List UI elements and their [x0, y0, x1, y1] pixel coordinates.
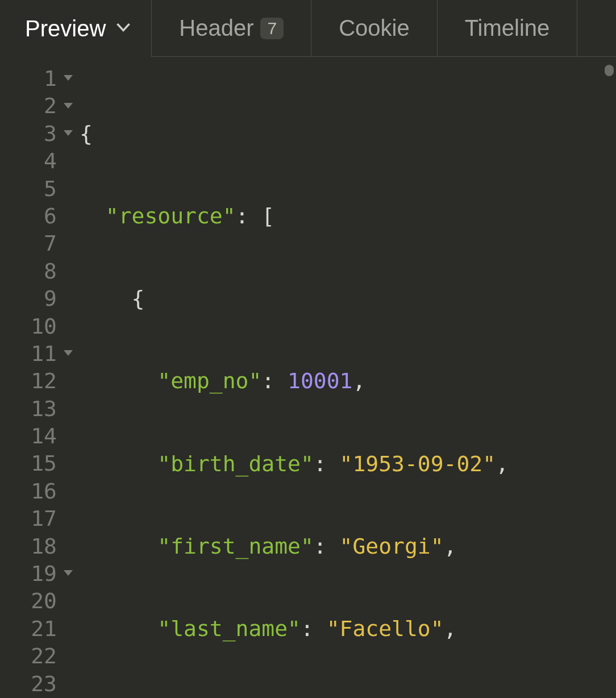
- line-number: 7: [25, 230, 57, 257]
- code-line: "emp_no": 10001,: [80, 367, 616, 394]
- line-number: 17: [25, 505, 57, 532]
- gutter-row[interactable]: 20: [0, 587, 80, 614]
- gutter-row[interactable]: 17: [0, 505, 80, 532]
- line-number: 20: [25, 587, 57, 614]
- tab-preview[interactable]: Preview: [0, 0, 152, 57]
- json-editor: 1 2 3 4 5 6 7 8 9 10 11 12 13 14 15 16 1…: [0, 57, 616, 698]
- gutter-row[interactable]: 1: [0, 65, 80, 92]
- line-number: 16: [25, 477, 57, 505]
- gutter-row[interactable]: 23: [0, 670, 80, 697]
- line-number: 13: [25, 395, 57, 422]
- line-number: 19: [25, 560, 57, 587]
- line-number: 4: [25, 147, 57, 174]
- gutter-row[interactable]: 7: [0, 230, 80, 257]
- header-count-badge: 7: [260, 18, 284, 39]
- scrollbar-thumb[interactable]: [605, 65, 614, 76]
- code-line: {: [80, 120, 616, 147]
- gutter-row[interactable]: 16: [0, 477, 80, 505]
- gutter-row[interactable]: 6: [0, 202, 80, 230]
- scrollbar-track[interactable]: [602, 57, 616, 698]
- line-number: 6: [25, 202, 57, 230]
- gutter-row[interactable]: 3: [0, 120, 80, 147]
- line-number: 21: [25, 615, 57, 642]
- code-area[interactable]: { "resource": [ { "emp_no": 10001, "birt…: [80, 65, 616, 698]
- line-number: 23: [25, 670, 57, 697]
- fold-toggle-icon[interactable]: [60, 130, 76, 138]
- code-line: "first_name": "Georgi",: [80, 533, 616, 560]
- gutter-row[interactable]: 19: [0, 560, 80, 587]
- gutter-row[interactable]: 13: [0, 395, 80, 422]
- line-number: 10: [25, 313, 57, 340]
- gutter-row[interactable]: 8: [0, 257, 80, 285]
- fold-toggle-icon[interactable]: [60, 350, 76, 358]
- line-number: 22: [25, 642, 57, 670]
- gutter-row[interactable]: 21: [0, 615, 80, 642]
- fold-toggle-icon[interactable]: [60, 570, 76, 577]
- gutter-row[interactable]: 14: [0, 422, 80, 450]
- tab-cookie[interactable]: Cookie: [311, 0, 438, 57]
- line-gutter: 1 2 3 4 5 6 7 8 9 10 11 12 13 14 15 16 1…: [0, 65, 80, 698]
- code-line: "last_name": "Facello",: [80, 615, 616, 642]
- gutter-row[interactable]: 2: [0, 92, 80, 119]
- tab-label: Preview: [25, 16, 106, 41]
- gutter-row[interactable]: 4: [0, 147, 80, 174]
- tab-timeline[interactable]: Timeline: [438, 0, 578, 57]
- line-number: 18: [25, 533, 57, 560]
- line-number: 9: [25, 285, 57, 312]
- line-number: 15: [25, 450, 57, 477]
- gutter-row[interactable]: 15: [0, 450, 80, 477]
- chevron-down-icon: [116, 23, 131, 34]
- fold-toggle-icon[interactable]: [60, 74, 76, 82]
- gutter-row[interactable]: 11: [0, 340, 80, 367]
- line-number: 1: [25, 65, 57, 92]
- tab-header[interactable]: Header 7: [152, 0, 311, 57]
- code-line: "resource": [: [80, 202, 616, 230]
- gutter-row[interactable]: 9: [0, 285, 80, 312]
- line-number: 3: [25, 120, 57, 147]
- gutter-row[interactable]: 12: [0, 367, 80, 394]
- gutter-row[interactable]: 18: [0, 533, 80, 560]
- tab-label: Header: [179, 15, 253, 41]
- gutter-row[interactable]: 10: [0, 313, 80, 340]
- line-number: 12: [25, 367, 57, 394]
- tab-bar: Preview Header 7 Cookie Timeline: [0, 0, 616, 57]
- tab-label: Cookie: [339, 15, 410, 41]
- gutter-row[interactable]: 22: [0, 642, 80, 670]
- fold-toggle-icon[interactable]: [60, 102, 76, 110]
- line-number: 11: [25, 340, 57, 367]
- gutter-row[interactable]: 5: [0, 175, 80, 202]
- code-line: {: [80, 285, 616, 312]
- code-line: "birth_date": "1953-09-02",: [80, 450, 616, 477]
- tab-label: Timeline: [465, 15, 550, 41]
- line-number: 2: [25, 92, 57, 119]
- line-number: 14: [25, 422, 57, 450]
- tab-bar-filler: [577, 0, 616, 57]
- line-number: 8: [25, 257, 57, 285]
- line-number: 5: [25, 175, 57, 202]
